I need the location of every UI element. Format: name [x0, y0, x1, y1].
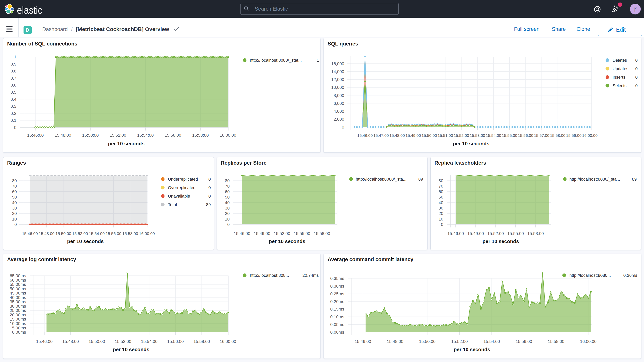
- svg-text:0.05ms: 0.05ms: [330, 322, 344, 327]
- svg-text:0.6: 0.6: [10, 83, 16, 88]
- svg-text:Unavailable: Unavailable: [168, 194, 190, 198]
- svg-text:15:56:00: 15:56:00: [516, 339, 532, 344]
- svg-text:15:52:00: 15:52:00: [451, 339, 468, 344]
- svg-text:70: 70: [439, 184, 443, 188]
- svg-text:16:00:00: 16:00:00: [580, 339, 596, 344]
- svg-text:15:46:00: 15:46:00: [234, 231, 250, 236]
- svg-text:15:50:00: 15:50:00: [56, 231, 71, 236]
- svg-text:per 10 seconds: per 10 seconds: [108, 141, 144, 146]
- svg-text:20: 20: [439, 211, 443, 216]
- svg-text:20.00ms: 20.00ms: [10, 312, 26, 317]
- svg-text:15:57:00: 15:57:00: [534, 133, 549, 138]
- svg-text:80: 80: [225, 178, 230, 183]
- svg-text:0.1: 0.1: [10, 118, 16, 123]
- svg-text:5.00ms: 5.00ms: [12, 326, 26, 330]
- svg-text:0.25ms: 0.25ms: [330, 292, 344, 296]
- svg-text:60: 60: [12, 189, 17, 194]
- svg-text:0: 0: [635, 66, 638, 71]
- svg-text:1: 1: [14, 54, 16, 59]
- svg-text:2,000: 2,000: [334, 117, 344, 122]
- svg-text:15:46:00: 15:46:00: [27, 133, 44, 138]
- svg-text:Total: Total: [168, 202, 177, 207]
- svg-text:15:48:00: 15:48:00: [387, 339, 403, 344]
- svg-text:16:00:00: 16:00:00: [220, 133, 236, 138]
- svg-text:0: 0: [208, 177, 211, 182]
- svg-text:Underreplicated: Underreplicated: [168, 177, 198, 182]
- svg-text:15:48:00: 15:48:00: [39, 231, 54, 236]
- svg-text:0.26ms: 0.26ms: [623, 273, 637, 278]
- svg-text:50: 50: [225, 195, 230, 200]
- svg-text:10: 10: [225, 217, 230, 222]
- svg-text:15:46:00: 15:46:00: [354, 339, 371, 344]
- svg-text:15:52:00: 15:52:00: [110, 133, 126, 138]
- svg-text:15:51:00: 15:51:00: [438, 133, 453, 138]
- svg-text:12,000: 12,000: [331, 77, 344, 82]
- svg-text:80: 80: [439, 178, 443, 183]
- svg-text:0.3: 0.3: [10, 104, 16, 109]
- svg-text:per 10 seconds: per 10 seconds: [113, 346, 149, 352]
- svg-text:70: 70: [225, 184, 230, 188]
- svg-text:0: 0: [14, 125, 16, 130]
- svg-text:15:58:00: 15:58:00: [314, 231, 330, 236]
- svg-text:0: 0: [14, 222, 17, 227]
- svg-text:http://localhost:8080/_sta...: http://localhost:8080/_sta...: [570, 177, 620, 182]
- svg-text:0: 0: [208, 194, 211, 198]
- svg-text:15:56:00: 15:56:00: [106, 231, 122, 236]
- svg-text:15:52:00: 15:52:00: [487, 231, 504, 236]
- svg-text:16:00:00: 16:00:00: [220, 339, 236, 344]
- svg-text:http://localhost:808...: http://localhost:808...: [250, 273, 289, 278]
- svg-text:15:50:00: 15:50:00: [82, 133, 99, 138]
- svg-text:15:58:00: 15:58:00: [194, 339, 210, 344]
- svg-text:15:54:00: 15:54:00: [141, 339, 158, 344]
- svg-text:20: 20: [12, 211, 17, 216]
- svg-text:70: 70: [12, 184, 17, 188]
- svg-text:15.00ms: 15.00ms: [10, 317, 26, 322]
- svg-text:0: 0: [635, 83, 638, 88]
- svg-text:0.5: 0.5: [10, 90, 16, 95]
- svg-text:0: 0: [635, 75, 638, 80]
- svg-text:0.2: 0.2: [10, 111, 16, 116]
- svg-text:6,000: 6,000: [334, 101, 344, 106]
- svg-text:Overreplicated: Overreplicated: [168, 185, 196, 190]
- svg-text:0.15ms: 0.15ms: [330, 307, 344, 312]
- svg-text:55.00ms: 55.00ms: [10, 282, 26, 287]
- svg-text:15:54:00: 15:54:00: [486, 133, 501, 138]
- svg-text:per 10 seconds: per 10 seconds: [453, 141, 489, 146]
- svg-text:Updates: Updates: [612, 66, 628, 71]
- svg-text:0.30ms: 0.30ms: [330, 284, 344, 288]
- svg-text:per 10 seconds: per 10 seconds: [67, 238, 104, 244]
- svg-text:per 10 seconds: per 10 seconds: [269, 238, 305, 244]
- svg-text:10.00ms: 10.00ms: [10, 321, 26, 326]
- svg-text:80: 80: [12, 178, 17, 183]
- svg-text:15:49:00: 15:49:00: [406, 133, 421, 138]
- svg-text:0.00ms: 0.00ms: [330, 330, 344, 335]
- svg-text:50.00ms: 50.00ms: [10, 286, 26, 291]
- svg-text:30: 30: [12, 206, 17, 210]
- svg-text:45.00ms: 45.00ms: [10, 291, 26, 296]
- svg-text:0.8: 0.8: [10, 68, 16, 74]
- svg-text:0.35ms: 0.35ms: [330, 276, 344, 281]
- svg-text:15:52:00: 15:52:00: [115, 339, 131, 344]
- svg-text:0.00ms: 0.00ms: [12, 330, 26, 335]
- svg-text:0.20ms: 0.20ms: [330, 299, 344, 304]
- svg-text:http://localhost:8080/_sta...: http://localhost:8080/_sta...: [356, 177, 406, 182]
- svg-text:10,000: 10,000: [331, 85, 344, 90]
- svg-text:15:55:00: 15:55:00: [294, 231, 310, 236]
- svg-text:15:59:00: 15:59:00: [566, 133, 582, 138]
- svg-text:60.00ms: 60.00ms: [10, 278, 26, 282]
- svg-text:60: 60: [439, 189, 443, 194]
- svg-text:4,000: 4,000: [334, 109, 344, 114]
- svg-text:15:52:00: 15:52:00: [72, 231, 88, 236]
- svg-text:per 10 seconds: per 10 seconds: [454, 346, 490, 352]
- svg-text:0.10ms: 0.10ms: [330, 314, 344, 319]
- svg-text:http://localhost:8080/_stat...: http://localhost:8080/_stat...: [250, 58, 302, 63]
- svg-text:0: 0: [441, 222, 443, 227]
- svg-text:per 10 seconds: per 10 seconds: [482, 238, 519, 244]
- svg-text:Deletes: Deletes: [612, 58, 627, 63]
- svg-text:35.00ms: 35.00ms: [10, 299, 26, 304]
- svg-text:15:46:00: 15:46:00: [357, 133, 373, 138]
- svg-text:15:55:00: 15:55:00: [502, 133, 517, 138]
- svg-text:0: 0: [635, 58, 638, 63]
- svg-text:10: 10: [439, 217, 443, 222]
- svg-text:25.00ms: 25.00ms: [10, 308, 26, 313]
